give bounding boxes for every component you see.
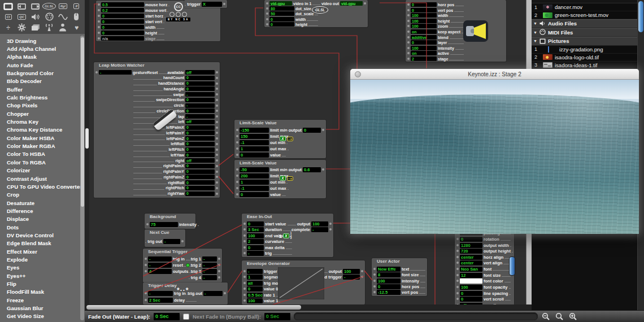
sidebar-item-floodfill-mask[interactable]: FloodFill Mask [0, 288, 85, 296]
output-port-circle[interactable] [216, 105, 218, 107]
input-port-vert-align[interactable] [456, 262, 459, 264]
canvas-left-scrollbar-thumb[interactable] [85, 128, 89, 149]
output-port-trig-2[interactable] [218, 264, 220, 266]
value-limit-min[interactable]: -50 [240, 167, 269, 172]
mouse-icon[interactable] [71, 12, 82, 21]
sidebar-item-auto-fade[interactable]: Auto Fade [0, 61, 85, 69]
value-font-size[interactable]: 12 [460, 273, 482, 278]
value-trig-1[interactable]: - [202, 256, 217, 262]
output-port-leftpalmz[interactable] [216, 137, 218, 140]
value-font[interactable]: Neo San [460, 267, 482, 272]
value-value[interactable]: 0 [240, 153, 269, 158]
sidebar-item-desaturate[interactable]: Desaturate [0, 199, 85, 207]
value-value-0[interactable]: 0 [247, 286, 263, 291]
input-port-intensity[interactable] [373, 280, 376, 282]
value-segments[interactable]: 1 [247, 275, 263, 280]
node-envelope-generator[interactable]: Envelope Generator-trigger1segmentsalltr… [242, 260, 365, 304]
input-port-stage[interactable] [407, 58, 410, 60]
calculator-icon[interactable]: ÷ [2, 23, 14, 32]
value-horz-pos[interactable]: 0 [377, 284, 401, 289]
sidebar-item-background-color[interactable]: Background Color [0, 69, 85, 77]
node-leap-motion-watcher[interactable]: Leap Motion Watcher-gestureResetavailabl… [94, 62, 220, 198]
output-port-trig-1[interactable] [218, 258, 220, 260]
input-port-start-horz[interactable] [98, 15, 100, 17]
input-port-duration[interactable] [243, 228, 246, 230]
media-section-pictures[interactable]: ▼Pictures [532, 37, 644, 46]
sidebar-item-eyes[interactable]: Eyes++ [0, 272, 85, 280]
value-handangle[interactable]: 0 [185, 86, 215, 91]
value-output[interactable]: 0 [303, 128, 321, 133]
value-horz-pos[interactable]: 0 [411, 2, 437, 7]
layers-icon[interactable] [29, 23, 41, 32]
input-port-dot-size[interactable] [266, 7, 268, 10]
input-port-vert-pos[interactable] [373, 291, 376, 293]
input-port-vert-pos[interactable] [407, 9, 410, 11]
media-item-izzy-gradation-png[interactable]: 1izzy-gradation.png [532, 46, 644, 54]
value-intensity[interactable]: 100 [377, 279, 401, 284]
value-outputs[interactable]: 4 [148, 269, 172, 274]
output-port-rightyaw[interactable] [216, 193, 218, 195]
actor-list-scrollbar-thumb[interactable] [81, 37, 84, 207]
output-port-handdistance[interactable] [216, 82, 218, 85]
value-video-in-1[interactable]: vid-gpu [269, 1, 292, 6]
zoom-in-button[interactable] [568, 312, 578, 321]
value-rightyaw[interactable]: 0 [185, 192, 215, 196]
output-port-trig-out[interactable] [224, 292, 226, 294]
value-vert-pos[interactable]: -12.5 [377, 290, 401, 295]
node-limit-scale-value-2[interactable]: Limit-Scale Value-50limit min200limit ma… [234, 160, 326, 198]
quartz-composer-icon[interactable]: QC [16, 12, 28, 21]
input-port-line-spacing[interactable] [456, 292, 459, 294]
value-out-max[interactable]: -1 [240, 186, 269, 191]
sidebar-item-effect-mixer[interactable]: Effect Mixer [0, 247, 85, 255]
output-port-leftpalmy[interactable] [216, 132, 218, 134]
gear-icon[interactable] [16, 23, 28, 32]
value-end-trigger[interactable]: - [343, 275, 360, 280]
wave-generator-icon[interactable] [57, 12, 69, 21]
input-port-reset[interactable] [145, 264, 147, 266]
input-port-zoom[interactable] [407, 25, 410, 27]
value-height[interactable]: 100 [411, 19, 437, 23]
input-port-start-value[interactable] [243, 223, 246, 225]
input-port-trig[interactable] [243, 252, 246, 254]
value-trig-mode[interactable]: all [247, 281, 263, 286]
value-trig[interactable]: - [247, 251, 264, 256]
sidebar-item-color-to-hsba[interactable]: Color To HSBA [0, 150, 85, 158]
broadcast-icon[interactable] [43, 23, 55, 32]
input-port-out-max[interactable] [236, 187, 238, 189]
stage-enter-icon[interactable] [16, 2, 28, 11]
value-output[interactable]: 100 [343, 269, 360, 274]
value-delay[interactable]: 2 Sec [148, 298, 173, 303]
output-port-rightpalmx[interactable] [216, 165, 218, 167]
sidebar-item-alpha-mask[interactable]: Alpha Mask [0, 53, 85, 61]
input-port-intensity[interactable] [407, 47, 410, 49]
output-port-leftpitch[interactable] [216, 149, 218, 151]
value-height[interactable]: 0 [269, 22, 294, 27]
input-port-value[interactable] [236, 154, 238, 156]
value-trigger[interactable]: X [202, 2, 222, 7]
value-width[interactable]: 100 [411, 13, 437, 18]
input-port-horz-pos[interactable] [373, 285, 376, 288]
input-port-gesturereset[interactable] [95, 71, 98, 73]
value-font-color[interactable] [460, 279, 482, 284]
value-leftroll[interactable]: 0 [185, 142, 215, 146]
output-port-leftyaw[interactable] [216, 154, 218, 156]
value-leftyaw[interactable]: 0 [185, 153, 215, 157]
output-port-output[interactable] [361, 270, 363, 272]
output-port-trig-3[interactable] [218, 270, 220, 272]
sidebar-item-colorizer[interactable]: Colorizer [0, 167, 85, 175]
value-output[interactable]: 0.6 [303, 167, 321, 172]
value-limit-max[interactable]: 200 [240, 173, 269, 179]
input-port-mouse-vert[interactable] [98, 9, 100, 11]
sidebar-item-3d-drawing[interactable]: 3D Drawing [0, 37, 85, 45]
input-port-value-0[interactable] [243, 288, 246, 290]
output-port-handangle[interactable] [216, 88, 218, 90]
media-section-midi-files[interactable]: ▼MIDI Files [532, 28, 644, 37]
value-stage[interactable]: 2 [411, 56, 437, 61]
node-user-actor[interactable]: User ActorNew Effetext8font size100inten… [372, 258, 427, 296]
media-item-green-screen-test-mov[interactable]: 2green-screen-test.mov [532, 11, 644, 19]
canvas-horizontal-scrollbar-thumb[interactable] [86, 305, 301, 310]
sidebar-item-explode[interactable]: Explode [0, 255, 85, 263]
value-curvature[interactable]: 2 [247, 239, 264, 244]
value-dot-scale[interactable]: 50 [269, 11, 294, 16]
value-stage[interactable]: n/a [101, 36, 144, 41]
